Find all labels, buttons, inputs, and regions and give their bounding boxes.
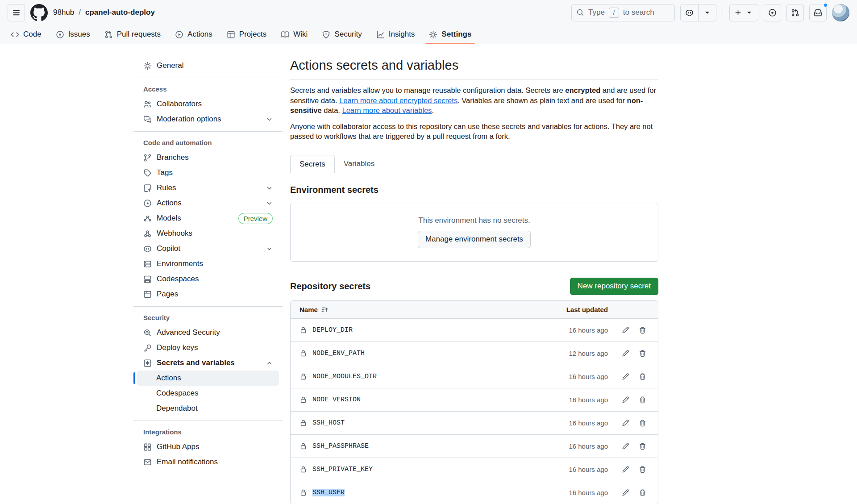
pencil-icon [622, 442, 629, 450]
row-actions [619, 486, 649, 499]
edit-secret-button[interactable] [619, 462, 632, 476]
edit-secret-button[interactable] [619, 323, 632, 337]
search-input[interactable]: Type / to search [571, 4, 675, 21]
delete-secret-button[interactable] [636, 416, 649, 429]
webhook-icon [143, 229, 152, 238]
sidebar-item-github-apps[interactable]: GitHub Apps [137, 439, 279, 454]
sidebar-item-collaborators[interactable]: Collaborators [137, 96, 279, 112]
manage-environment-secrets-button[interactable]: Manage environment secrets [418, 231, 531, 248]
sidebar-item-tags[interactable]: Tags [137, 165, 279, 180]
secret-row: SSH_HOST 16 hours ago [291, 411, 658, 434]
tab-variables[interactable]: Variables [335, 155, 384, 173]
create-new-button[interactable] [730, 4, 758, 21]
sidebar-item-label: Deploy keys [157, 343, 198, 352]
sidebar-item-webhooks[interactable]: Webhooks [137, 226, 279, 241]
delete-secret-button[interactable] [636, 462, 649, 476]
play-icon [143, 199, 152, 208]
pull-requests-header-button[interactable] [786, 4, 804, 21]
sidebar-subitem-dependabot[interactable]: Dependabot [137, 401, 279, 416]
secret-updated: 16 hours ago [569, 396, 608, 404]
repo-nav: Code Issues Pull requests Actions Projec… [0, 25, 857, 44]
inbox-button[interactable] [809, 4, 827, 21]
trash-icon [639, 442, 646, 450]
edit-secret-button[interactable] [619, 393, 632, 406]
sidebar-item-rules[interactable]: Rules [137, 180, 279, 196]
environment-secrets-box: This environment has no secrets. Manage … [290, 203, 658, 262]
sidebar-item-actions[interactable]: Actions [137, 196, 279, 211]
link-learn-variables[interactable]: Learn more about variables [342, 106, 432, 114]
sidebar-item-deploy-keys[interactable]: Deploy keys [137, 340, 279, 355]
sidebar-subitem-codespaces[interactable]: Codespaces [137, 386, 279, 401]
tab-issues[interactable]: Issues [50, 25, 96, 44]
row-actions [619, 323, 649, 337]
delete-secret-button[interactable] [636, 393, 649, 406]
sidebar-item-general[interactable]: General [137, 58, 279, 73]
tab-code[interactable]: Code [4, 25, 48, 44]
sidebar-item-models[interactable]: Models Preview [137, 211, 279, 226]
sort-ascending-icon[interactable] [321, 306, 329, 313]
secret-name-selected: SSH_USER [312, 489, 345, 496]
copilot-dropdown-button[interactable] [698, 4, 716, 21]
secret-name: NODE_MODULES_DIR [312, 373, 377, 380]
sidebar-item-advanced-security[interactable]: Advanced Security [137, 325, 279, 340]
sidebar-item-moderation-options[interactable]: Moderation options [137, 112, 279, 127]
breadcrumb-owner[interactable]: 98hub [53, 8, 74, 17]
tab-secrets[interactable]: Secrets [290, 155, 335, 173]
delete-secret-button[interactable] [636, 323, 649, 337]
column-header-name[interactable]: Name [300, 306, 318, 313]
new-repository-secret-button[interactable]: New repository secret [570, 278, 658, 295]
delete-secret-button[interactable] [636, 346, 649, 360]
tab-settings[interactable]: Settings [423, 25, 478, 44]
sidebar-section-title: Access [137, 83, 279, 95]
intro-bold-encrypted: encrypted [565, 86, 600, 94]
header-divider [723, 7, 723, 18]
tab-pull-requests[interactable]: Pull requests [98, 25, 167, 44]
pencil-icon [622, 326, 629, 334]
delete-secret-button[interactable] [636, 486, 649, 499]
issues-header-button[interactable] [764, 4, 781, 21]
sidebar-item-environments[interactable]: Environments [137, 256, 279, 271]
delete-secret-button[interactable] [636, 370, 649, 383]
sidebar-item-email-notifications[interactable]: Email notifications [137, 454, 279, 470]
tab-wiki[interactable]: Wiki [275, 25, 314, 44]
sidebar-item-codespaces[interactable]: Codespaces [137, 271, 279, 287]
hamburger-menu-button[interactable] [8, 4, 25, 21]
link-learn-encrypted-secrets[interactable]: Learn more about encrypted secrets [339, 96, 458, 104]
tab-insights[interactable]: Insights [370, 25, 421, 44]
tab-label: Pull requests [117, 30, 161, 39]
sidebar-item-secrets-and-variables[interactable]: Secrets and variables [137, 355, 279, 371]
row-actions [619, 393, 649, 406]
copilot-icon [685, 8, 694, 17]
lock-icon [300, 442, 307, 450]
sidebar-item-branches[interactable]: Branches [137, 150, 279, 165]
delete-secret-button[interactable] [636, 439, 649, 453]
user-avatar[interactable] [832, 4, 849, 21]
sidebar-section-security: Security Advanced Security Deploy keys S… [133, 306, 283, 416]
secret-name: DEPLOY_DIR [312, 326, 353, 334]
sidebar-subitem-actions[interactable]: Actions [137, 371, 279, 386]
edit-secret-button[interactable] [619, 439, 632, 453]
shield-icon [322, 30, 330, 39]
github-logo-icon[interactable] [30, 4, 48, 21]
pencil-icon [622, 489, 629, 496]
copilot-split-button [680, 4, 716, 21]
row-actions [619, 439, 649, 453]
edit-secret-button[interactable] [619, 346, 632, 360]
sidebar-item-label: Secrets and variables [157, 358, 235, 367]
tab-actions[interactable]: Actions [169, 25, 219, 44]
sidebar-item-pages[interactable]: Pages [137, 287, 279, 302]
tag-icon [143, 169, 152, 177]
copilot-button[interactable] [681, 4, 698, 21]
tab-security[interactable]: Security [316, 25, 368, 44]
chevron-down-icon [266, 116, 273, 123]
intro-text-span: . Variables are shown as plain text and … [458, 96, 627, 104]
edit-secret-button[interactable] [619, 370, 632, 383]
sidebar-item-copilot[interactable]: Copilot [137, 241, 279, 256]
key-icon [143, 344, 152, 352]
edit-secret-button[interactable] [619, 416, 632, 429]
sidebar-item-label: Copilot [157, 244, 180, 253]
edit-secret-button[interactable] [619, 486, 632, 499]
tab-projects[interactable]: Projects [220, 25, 273, 44]
secret-updated: 12 hours ago [569, 350, 608, 357]
breadcrumb-repo[interactable]: cpanel-auto-deploy [85, 8, 155, 17]
